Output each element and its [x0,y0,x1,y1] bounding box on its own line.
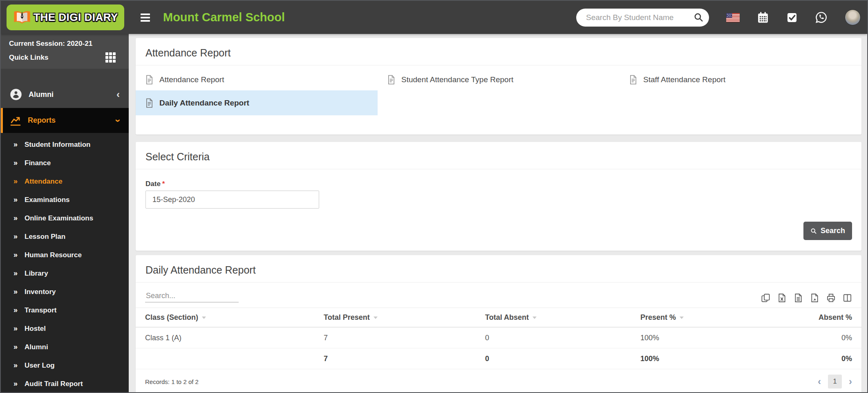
chart-line-icon [10,115,21,126]
double-chevron-icon: » [13,269,18,278]
export-copy-icon[interactable] [761,293,770,303]
sidebar-item-online-examinations[interactable]: » Online Examinations [1,209,129,227]
quick-links-grid-icon [105,52,116,63]
export-pdf-icon[interactable] [810,293,819,303]
double-chevron-icon: » [13,251,18,259]
column-header-absent-pct[interactable]: Absent % [767,313,852,322]
logo-text: THE DIGI DIARY [34,11,118,24]
pagination: ‹ 1 › [818,375,852,389]
sidebar-item-audit-trail-report[interactable]: » Audit Trail Report [1,375,129,393]
quick-links[interactable]: Quick Links [9,52,121,63]
sidebar: Current Session: 2020-21 Quick Links Alu… [1,34,129,393]
column-header-total-present[interactable]: Total Present [324,313,485,322]
search-button[interactable]: Search [803,222,852,240]
language-flag-icon[interactable] [726,13,740,22]
current-session-label: Current Session: 2020-21 [9,40,121,48]
chevron-left-icon: ‹ [116,90,120,99]
required-asterisk: * [162,180,165,188]
sidebar-item-library[interactable]: » Library [1,264,129,283]
sidebar-item-finance[interactable]: » Finance [1,154,129,172]
sidebar-item-alumni-report[interactable]: » Alumni [1,338,129,356]
sidebar-item-label: Alumni [29,90,54,99]
double-chevron-icon: » [13,380,18,388]
reports-submenu: » Student Information » Finance » Attend… [1,133,129,393]
sidebar-item-hostel[interactable]: » Hostel [1,319,129,338]
sidebar-item-reports[interactable]: Reports › [1,108,129,133]
tasks-check-icon[interactable] [786,12,798,23]
calendar-icon[interactable] [757,11,769,24]
student-search-input[interactable] [585,13,694,22]
sort-arrow-icon [532,317,537,321]
column-header-total-absent[interactable]: Total Absent [485,313,640,322]
whatsapp-icon[interactable] [815,11,828,24]
table-search-input[interactable] [145,290,239,303]
quick-links-label: Quick Links [9,54,48,62]
pagination-page-1[interactable]: 1 [828,375,842,389]
sidebar-session-panel: Current Session: 2020-21 Quick Links [1,34,129,69]
daily-attendance-report-panel: Daily Attendance Report [136,255,861,393]
report-links-grid: Attendance Report Student Attendance Typ… [136,69,861,115]
export-excel-icon[interactable] [777,293,787,303]
double-chevron-icon: » [13,159,18,167]
column-visibility-icon[interactable] [843,293,852,303]
double-chevron-icon: » [13,343,18,351]
hamburger-menu-icon[interactable] [141,13,150,22]
link-attendance-report[interactable]: Attendance Report [136,69,378,90]
pagination-next-icon[interactable]: › [849,377,852,386]
sidebar-item-alumni[interactable]: Alumni ‹ [1,83,129,106]
sidebar-item-examinations[interactable]: » Examinations [1,191,129,209]
divider [136,65,861,65]
file-icon [387,75,395,85]
double-chevron-icon: » [13,361,18,370]
book-pen-logo-icon [13,9,31,26]
sidebar-item-user-log[interactable]: » User Log [1,356,129,375]
table-toolbar [136,283,861,308]
double-chevron-icon: » [13,214,18,222]
table-totals-row: 7 0 100% 0% [136,348,861,369]
sidebar-item-student-information[interactable]: » Student Information [1,135,129,154]
table-header-row: Class (Section) Total Present Total Abse… [136,308,861,328]
user-avatar[interactable] [845,9,861,25]
main-content: Attendance Report Attendance Report [129,34,868,393]
sort-arrow-icon [374,317,378,321]
sort-arrow-icon [680,317,684,321]
export-csv-icon[interactable] [794,293,803,303]
sort-arrow-icon [202,317,206,321]
search-icon[interactable] [694,12,704,22]
app-window: THE DIGI DIARY Mount Carmel School [0,0,868,393]
column-header-class-section[interactable]: Class (Section) [145,313,324,322]
file-icon [629,75,637,85]
file-icon [145,75,153,85]
logo[interactable]: THE DIGI DIARY [7,4,124,30]
select-criteria-panel: Select Criteria Date* Search [136,142,861,251]
double-chevron-icon: » [13,324,18,333]
column-header-present-pct[interactable]: Present % [640,313,767,322]
sidebar-item-lesson-plan[interactable]: » Lesson Plan [1,227,129,246]
sidebar-item-inventory[interactable]: » Inventory [1,283,129,301]
section-title: Select Criteria [136,142,861,163]
pagination-prev-icon[interactable]: ‹ [818,377,821,386]
table-footer: Records: 1 to 2 of 2 ‹ 1 › [136,369,861,389]
sidebar-item-attendance[interactable]: » Attendance [1,172,129,191]
double-chevron-icon: » [13,306,18,314]
sidebar-item-human-resource[interactable]: » Human Resource [1,246,129,264]
page-title: Attendance Report [136,38,861,59]
link-daily-attendance-report[interactable]: Daily Attendance Report [136,90,378,115]
link-staff-attendance-report[interactable]: Staff Attendance Report [620,69,861,90]
double-chevron-icon: » [13,287,18,296]
double-chevron-icon: » [13,232,18,241]
student-search-box [576,9,709,27]
file-icon [145,98,153,108]
double-chevron-icon: » [13,177,18,186]
school-name: Mount Carmel School [163,11,285,24]
double-chevron-icon: » [13,140,18,149]
sidebar-item-transport[interactable]: » Transport [1,301,129,319]
link-student-attendance-type-report[interactable]: Student Attendance Type Report [378,69,620,90]
section-title: Daily Attendance Report [136,255,861,276]
export-toolbar [761,293,852,303]
date-input[interactable] [145,191,319,209]
date-field-label: Date* [145,180,165,188]
sidebar-item-label: Reports [28,116,56,125]
chevron-down-icon: › [113,119,123,122]
print-icon[interactable] [826,293,836,303]
